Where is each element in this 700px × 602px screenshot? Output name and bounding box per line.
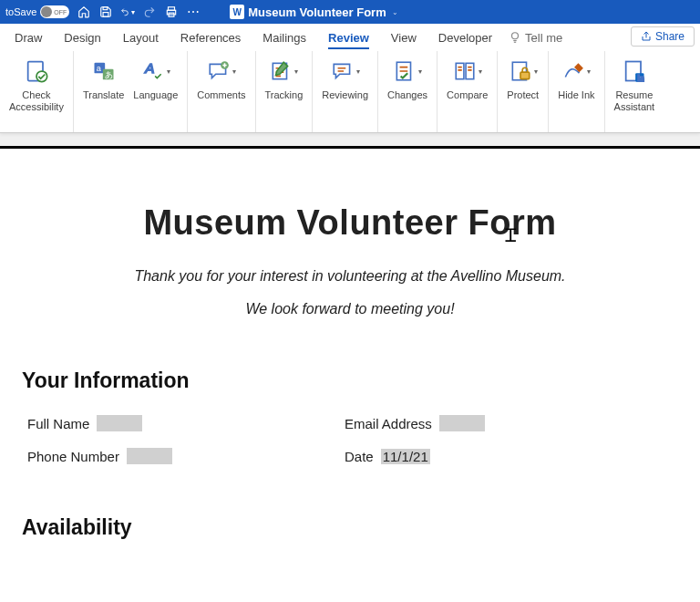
full-name-label: Full Name [27,416,89,431]
accessibility-label: Check Accessibility [9,89,64,112]
tracking-icon: ▾ [269,57,298,86]
undo-icon[interactable]: ▾ [120,5,135,19]
ribbon: Check Accessibility aあ Translate A ▾ Lan… [0,51,700,133]
page-title: Museum Volunteer Form [22,203,678,243]
titlebar: toSave OFF ▾ ⋯ W Museum Volunteer Form ⌄ [0,0,700,24]
compare-icon: ▾ [453,57,482,86]
document-canvas[interactable]: Museum Volunteer Form Thank you for your… [0,146,700,602]
changes-button[interactable]: ▾ Changes [386,57,429,101]
tracking-button[interactable]: ▾ Tracking [263,57,305,101]
svg-text:a: a [96,64,101,73]
hide-ink-button[interactable]: ▾ Hide Ink [556,57,596,101]
svg-text:A: A [144,60,154,76]
autosave-toggle[interactable]: OFF [40,5,69,18]
save-icon[interactable] [98,5,113,19]
language-label: Language [133,89,178,101]
autosave-control[interactable]: toSave OFF [5,5,69,18]
intro-line-2: We look forward to meeting you! [22,301,678,317]
tab-design[interactable]: Design [53,24,111,51]
tracking-label: Tracking [265,89,304,101]
text-cursor-icon: Ꮖ [505,225,517,246]
autosave-label: toSave [5,6,36,17]
intro-line-1: Thank you for your interest in volunteer… [22,268,678,285]
more-icon[interactable]: ⋯ [186,5,201,19]
reviewing-icon: ▾ [331,57,360,86]
accessibility-icon [22,57,51,86]
svg-text:in: in [637,75,643,83]
autosave-state: OFF [54,9,67,16]
svg-rect-17 [466,63,474,78]
resume-assistant-button[interactable]: in Resume Assistant [612,57,657,112]
comments-label: Comments [197,89,245,101]
tab-mailings[interactable]: Mailings [252,24,317,51]
date-label: Date [345,449,374,464]
date-field[interactable]: 11/1/21 [381,449,430,464]
language-icon: A ▾ [141,57,170,86]
share-icon [641,31,652,42]
tab-draw[interactable]: Draw [4,24,53,51]
reviewing-button[interactable]: ▾ Reviewing [320,57,370,101]
word-app-icon: W [230,5,244,19]
protect-icon: ▾ [509,57,538,86]
home-icon[interactable] [77,5,91,19]
reviewing-label: Reviewing [322,89,368,101]
chevron-down-icon[interactable]: ⌄ [392,8,398,16]
svg-rect-16 [456,63,464,78]
tab-view[interactable]: View [380,24,427,51]
svg-rect-19 [520,72,530,79]
tab-review[interactable]: Review [317,24,380,51]
svg-rect-1 [103,13,108,17]
translate-icon: aあ [89,57,118,86]
tell-me-label: Tell me [525,31,562,45]
hide-ink-icon: ▾ [561,57,591,86]
section-your-information: Your Information [22,368,678,393]
ribbon-tabs: Draw Design Layout References Mailings R… [0,24,700,51]
compare-button[interactable]: ▾ Compare [445,57,489,101]
changes-label: Changes [387,89,427,101]
full-name-field[interactable] [97,415,142,431]
comments-icon: ▾ [207,57,236,86]
tab-layout[interactable]: Layout [112,24,170,51]
email-field[interactable] [439,415,485,431]
tab-developer[interactable]: Developer [427,24,503,51]
share-button[interactable]: Share [631,26,695,47]
translate-label: Translate [83,89,124,101]
protect-label: Protect [507,89,539,101]
document-title-area: W Museum Volunteer Form ⌄ [230,5,397,19]
translate-button[interactable]: aあ Translate [81,57,126,101]
tell-me-search[interactable]: Tell me [509,31,562,45]
phone-label: Phone Number [27,449,119,464]
lightbulb-icon [509,31,521,44]
share-label: Share [655,30,685,43]
compare-label: Compare [447,89,488,101]
tab-references[interactable]: References [170,24,252,51]
svg-point-5 [512,33,519,39]
hideink-label: Hide Ink [558,89,594,101]
redo-icon[interactable] [142,5,157,19]
print-icon[interactable] [164,5,179,19]
check-accessibility-button[interactable]: Check Accessibility [7,57,66,112]
document-title: Museum Volunteer Form [248,5,386,19]
changes-icon: ▾ [393,57,422,86]
resume-label: Resume Assistant [614,89,655,112]
svg-rect-0 [103,7,108,10]
resume-icon: in [620,57,649,86]
svg-text:あ: あ [105,70,113,79]
email-label: Email Address [345,416,432,431]
comments-button[interactable]: ▾ Comments [195,57,247,101]
protect-button[interactable]: ▾ Protect [505,57,540,101]
section-availability: Availability [22,515,678,540]
language-button[interactable]: A ▾ Language [131,57,180,101]
phone-field[interactable] [127,448,172,464]
